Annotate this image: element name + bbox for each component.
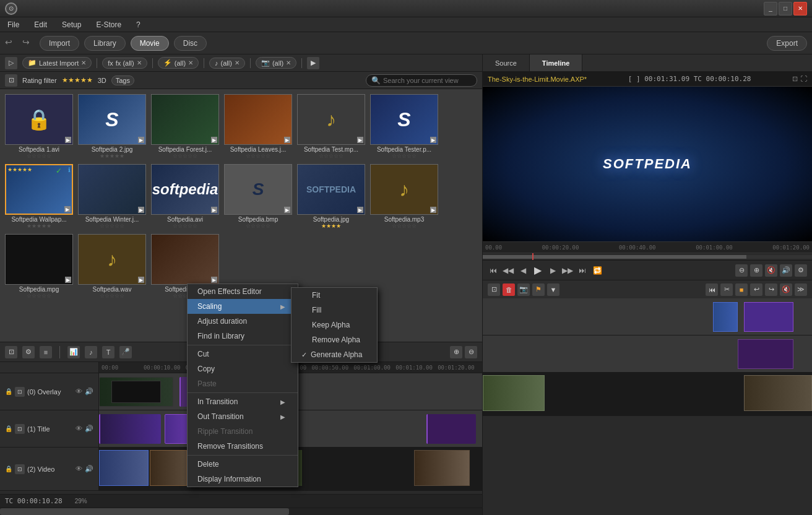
right-clip-overlay-1[interactable] [744,302,793,332]
ctx-in-transition[interactable]: In Transition ▶ [188,394,298,409]
right-clip-overlay-2[interactable] [713,302,738,332]
rt-cut[interactable]: ✂ [720,283,733,296]
rt-tool-1[interactable]: ⊡ [488,283,500,296]
ctx-adjust-duration[interactable]: Adjust duration [188,314,298,329]
filter3-close[interactable]: ✕ [235,59,240,66]
ctx-delete[interactable]: Delete [188,457,298,472]
ctx-copy[interactable]: Copy [188,361,298,376]
nav-import[interactable]: Import [40,36,79,51]
media-item-13[interactable]: ♪ ▶ Softpedia.wav ☆☆☆☆☆ [78,234,146,299]
tl-tool-1[interactable]: ⊡ [5,346,17,358]
track-icon-title[interactable]: ⊡ [15,424,25,434]
rt-color[interactable]: ■ [735,283,748,296]
media-item-10[interactable]: SOFTPEDIA ▶ Softpedia.jpg ★★★★ [297,164,365,229]
rt-undo[interactable]: ↩ [750,283,762,296]
media-item-2[interactable]: ▶ Softpedia Forest.j... ☆☆☆☆☆ [151,94,219,159]
3d-label[interactable]: 3D [98,77,106,84]
loop-button[interactable]: 🔁 [592,265,603,276]
nav-library[interactable]: Library [84,36,126,51]
preview-audio-mute[interactable]: 🔇 [765,264,777,277]
rt-tool-cam[interactable]: 📷 [517,283,530,296]
filter4-close[interactable]: ✕ [286,59,291,66]
tl-tool-3[interactable]: ≡ [40,346,52,358]
tl-tool-graph[interactable]: 📊 [67,346,80,358]
scaling-fill[interactable]: Fill [292,303,377,318]
clip-video-6[interactable] [414,450,470,486]
filter-tab-2[interactable]: ⚡ (all) ✕ [158,57,199,69]
media-item-3[interactable]: ▶ Softpedia Leaves.j... ☆☆☆☆☆ [224,94,292,159]
ctx-out-transition[interactable]: Out Transition ▶ [188,409,298,424]
menu-file[interactable]: File [5,19,22,30]
fx-close[interactable]: ✕ [137,59,142,66]
minimize-button[interactable]: _ [764,2,777,15]
maximize-button[interactable]: □ [779,2,792,15]
media-item-1[interactable]: S ▶ Softpedia 2.jpg ★★★★★ [78,94,146,159]
menu-setup[interactable]: Setup [59,19,84,30]
clip-title-1[interactable] [99,414,161,444]
nav-export[interactable]: Export [767,36,807,51]
right-clip-video-2[interactable] [744,375,812,411]
clip-title-3[interactable] [426,414,476,444]
clip-video-1[interactable] [99,450,149,486]
tl-zoom-out[interactable]: ⊖ [465,346,477,358]
media-item-9[interactable]: S ▶ Softpedia.bmp ☆☆☆☆☆ [224,164,292,229]
step-fwd-button[interactable]: ▶ [547,265,558,276]
media-item-4[interactable]: ♪ ▶ Softpedia Test.mp... ☆☆☆☆☆ [297,94,365,159]
track-audio-overlay[interactable]: 🔊 [85,387,93,396]
preview-expand-icon[interactable]: ⊡ [792,75,798,83]
filter-tab-4[interactable]: 📷 (all) ✕ [256,57,296,69]
track-eye-overlay[interactable]: 👁 [76,387,82,396]
track-audio-title[interactable]: 🔊 [85,425,93,433]
close-button[interactable]: ✕ [793,2,807,15]
scroll-thumb[interactable] [0,508,289,515]
rating-stars[interactable]: ★★★★★ [62,76,93,84]
latest-import-close[interactable]: ✕ [81,59,86,66]
rt-tool-drop[interactable]: ▼ [547,283,559,296]
media-item-0[interactable]: 🔒 ▶ Softpedia 1.avi ☆☆☆☆☆ [5,94,73,159]
ctx-open-effects[interactable]: Open Effects Editor [188,284,298,299]
ctx-display-info[interactable]: Display Information [188,472,298,487]
tab-timeline[interactable]: Timeline [530,54,582,71]
rt-prev[interactable]: ⏮ [706,283,718,296]
toolbar-icon[interactable]: ⊡ [5,74,17,87]
filter2-close[interactable]: ✕ [188,59,193,66]
step-back-button[interactable]: ◀ [517,265,529,276]
nav-disc[interactable]: Disc [174,36,207,51]
rt-tool-flag[interactable]: ⚑ [532,283,545,296]
tl-tool-2[interactable]: ⚙ [22,346,35,358]
track-icon-overlay[interactable]: ⊡ [15,387,25,397]
tl-tool-music[interactable]: ♪ [85,346,97,358]
rt-redo[interactable]: ↪ [765,283,777,296]
play-button[interactable]: ▶ [532,265,543,276]
tl-tool-text[interactable]: T [102,346,114,358]
ctx-remove-transitions[interactable]: Remove Transitions [188,439,298,454]
search-input[interactable] [383,77,472,84]
clip-video-2[interactable] [150,450,187,486]
ctx-find-library[interactable]: Find in Library [188,329,298,344]
media-item-11[interactable]: ♪ ▶ Softpedia.mp3 ☆☆☆☆☆ [370,164,438,229]
preview-audio-vol[interactable]: 🔊 [780,264,792,277]
track-eye-video[interactable]: 👁 [76,465,82,473]
media-item-8[interactable]: softpedia ▶ Softpedia.avi ☆☆☆☆☆ [151,164,219,229]
preview-zoom-in[interactable]: ⊕ [750,264,762,277]
tab-source[interactable]: Source [483,54,530,71]
rt-audio-mute[interactable]: 🔇 [780,283,792,296]
rt-tool-del[interactable]: 🗑 [503,283,515,296]
next-frame-button[interactable]: ▶▶ [562,265,573,276]
media-item-7[interactable]: ▶ Softpedia Winter.j... ☆☆☆☆☆ [78,164,146,229]
tl-tool-mic[interactable]: 🎤 [119,346,132,358]
preview-settings[interactable]: ⚙ [795,264,807,277]
undo-button[interactable]: ↩ [5,37,17,50]
ctx-cut[interactable]: Cut [188,347,298,361]
track-audio-video[interactable]: 🔊 [85,465,93,473]
track-eye-title[interactable]: 👁 [76,425,82,433]
panel-icon[interactable]: ▷ [5,57,17,69]
scaling-generate-alpha[interactable]: Generate Alpha [292,347,377,362]
right-clip-video-1[interactable] [483,375,545,411]
filter-more-icon[interactable]: ▶ [307,57,319,69]
prev-frame-button[interactable]: ◀◀ [503,265,514,276]
right-clip-title-1[interactable] [738,339,793,369]
scaling-remove-alpha[interactable]: Remove Alpha [292,332,377,347]
menu-estore[interactable]: E-Store [93,19,124,30]
filter-tab-3[interactable]: ♪ (all) ✕ [209,58,245,69]
